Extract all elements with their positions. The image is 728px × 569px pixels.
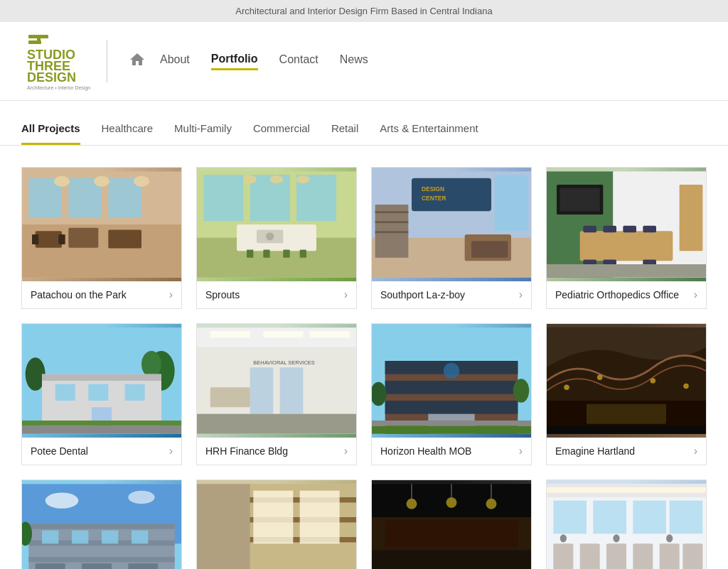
svg-rect-70 — [88, 384, 108, 401]
nav-contact[interactable]: Contact — [279, 53, 318, 69]
card-image-svg-4 — [547, 168, 706, 281]
svg-rect-156 — [633, 543, 653, 569]
filter-commercial[interactable]: Commercial — [253, 122, 310, 145]
svg-rect-61 — [547, 264, 706, 278]
top-banner: Architectural and Interior Design Firm B… — [0, 0, 728, 22]
card-label-4: Pediatric Orthopedics Office › — [547, 281, 706, 308]
svg-rect-2 — [37, 35, 41, 44]
svg-rect-94 — [372, 426, 531, 433]
nav-portfolio[interactable]: Portfolio — [211, 53, 258, 70]
card-arrow-4: › — [694, 288, 697, 301]
filter-all-projects[interactable]: All Projects — [21, 122, 80, 145]
svg-rect-11 — [108, 229, 141, 248]
svg-rect-159 — [553, 501, 587, 534]
card-label-1: Patachou on the Park › — [22, 281, 181, 308]
svg-rect-110 — [28, 524, 174, 529]
svg-rect-73 — [22, 426, 181, 433]
filter-arts-entertainment[interactable]: Arts & Entertainment — [380, 122, 478, 145]
svg-point-18 — [94, 176, 109, 187]
portfolio-card-3[interactable]: DESIGN CENTER Southport La-z-boy › — [371, 167, 532, 309]
portfolio-card-8[interactable]: Emagine Hartland › — [546, 323, 707, 465]
card-image-8 — [547, 324, 706, 438]
portfolio-card-11[interactable]: › — [371, 479, 532, 569]
svg-rect-154 — [580, 543, 600, 569]
card-title-5: Potee Dental — [31, 445, 88, 457]
svg-rect-115 — [102, 531, 118, 544]
svg-rect-118 — [82, 563, 112, 569]
svg-rect-114 — [72, 531, 88, 544]
svg-rect-137 — [385, 521, 518, 547]
card-image-5 — [22, 324, 181, 438]
svg-rect-60 — [680, 185, 703, 251]
svg-rect-112 — [28, 557, 174, 562]
svg-rect-84 — [210, 387, 250, 407]
home-icon — [129, 51, 146, 68]
svg-rect-54 — [603, 226, 616, 232]
svg-rect-32 — [263, 249, 269, 257]
portfolio-card-6[interactable]: BEHAVIORAL SERVICES HRH Finance Bldg › — [196, 323, 357, 465]
svg-point-104 — [651, 378, 655, 383]
nav-news[interactable]: News — [340, 53, 368, 69]
card-label-5: Potee Dental › — [22, 438, 181, 465]
portfolio-card-1[interactable]: Patachou on the Park › — [21, 167, 182, 309]
svg-rect-34 — [300, 249, 306, 257]
svg-point-24 — [266, 232, 274, 240]
portfolio-card-5[interactable]: Potee Dental › — [21, 323, 182, 465]
filter-bar: All Projects Healthcare Multi-Family Com… — [0, 101, 728, 146]
main-nav: About Portfolio Contact News — [160, 53, 368, 70]
logo[interactable]: STUDIO THREE DESIGN Architecture • Inter… — [21, 29, 92, 93]
filter-healthcare[interactable]: Healthcare — [102, 122, 154, 145]
home-button[interactable] — [129, 51, 146, 71]
nav-about[interactable]: About — [160, 53, 190, 69]
svg-rect-155 — [606, 543, 626, 569]
card-image-svg-9 — [22, 480, 181, 569]
svg-rect-12 — [32, 234, 38, 244]
svg-rect-134 — [372, 551, 531, 569]
svg-rect-91 — [385, 401, 518, 414]
filter-retail[interactable]: Retail — [331, 122, 358, 145]
card-label-6: HRH Finance Bldg › — [197, 438, 356, 465]
card-title-7: Horizon Health MOB — [380, 445, 471, 457]
card-image-svg-12 — [547, 480, 706, 569]
svg-rect-128 — [197, 484, 250, 569]
svg-text:DESIGN: DESIGN — [422, 185, 444, 193]
portfolio-card-2[interactable]: Sprouts › — [196, 167, 357, 309]
svg-rect-95 — [372, 421, 531, 426]
svg-rect-13 — [58, 234, 65, 244]
svg-rect-69 — [55, 384, 75, 401]
svg-rect-56 — [643, 226, 656, 232]
portfolio-grid: Patachou on the Park › — [0, 167, 728, 569]
portfolio-card-9[interactable]: › — [21, 479, 182, 569]
card-image-svg-5 — [22, 324, 181, 438]
svg-point-103 — [597, 375, 602, 380]
card-arrow-6: › — [344, 445, 348, 457]
portfolio-card-12[interactable]: › — [546, 479, 707, 569]
svg-point-122 — [128, 491, 154, 504]
svg-rect-77 — [210, 331, 250, 337]
card-title-8: Emagine Hartland — [555, 445, 635, 457]
header: STUDIO THREE DESIGN Architecture • Inter… — [0, 22, 728, 101]
portfolio-card-4[interactable]: Pediatric Orthopedics Office › — [546, 167, 707, 309]
svg-rect-51 — [560, 188, 600, 212]
portfolio-card-7[interactable]: Horizon Health MOB › — [371, 323, 532, 465]
svg-rect-55 — [623, 226, 636, 232]
svg-rect-79 — [310, 331, 350, 337]
card-image-1 — [22, 168, 181, 281]
svg-rect-71 — [125, 384, 145, 401]
svg-text:CENTER: CENTER — [422, 195, 446, 202]
card-image-svg-3: DESIGN CENTER — [372, 168, 531, 281]
svg-rect-33 — [283, 249, 289, 257]
card-image-svg-8 — [547, 324, 706, 438]
filter-multi-family[interactable]: Multi-Family — [174, 122, 232, 145]
svg-point-97 — [513, 379, 529, 403]
card-title-1: Patachou on the Park — [31, 289, 127, 300]
svg-rect-78 — [263, 331, 303, 337]
svg-point-17 — [54, 176, 70, 187]
svg-rect-42 — [375, 221, 409, 223]
svg-point-28 — [243, 175, 257, 183]
card-image-svg-6: BEHAVIORAL SERVICES — [197, 324, 356, 438]
card-arrow-1: › — [169, 288, 173, 301]
svg-rect-9 — [36, 231, 62, 247]
svg-rect-46 — [495, 175, 528, 231]
portfolio-card-10[interactable]: › — [196, 479, 357, 569]
